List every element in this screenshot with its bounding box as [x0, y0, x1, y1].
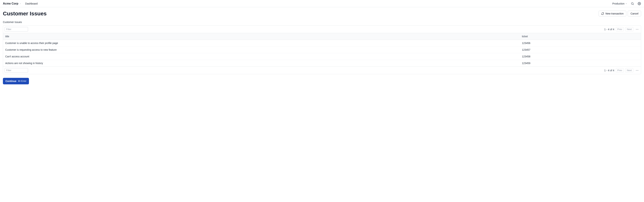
next-button-bottom[interactable]: Next [625, 68, 633, 72]
pagination-range-top: 1 - 4 of 4 [604, 28, 614, 31]
search-button[interactable] [630, 2, 634, 6]
page-header: Customer Issues New transaction Cancel [3, 10, 641, 17]
toolbar-right-bottom: 1 - 4 of 4 Prev Next [604, 68, 640, 72]
cell-title: Customer is requesting access to new fea… [3, 46, 520, 53]
more-menu-bottom[interactable] [635, 68, 640, 72]
next-button-top[interactable]: Next [625, 27, 633, 31]
cell-title: Can't access account [3, 53, 520, 60]
org-name: Acme Corp [3, 2, 18, 5]
cell-ticket: 123459 [520, 60, 641, 66]
svg-point-3 [636, 29, 636, 29]
filter-input-top[interactable] [4, 27, 28, 32]
table-row[interactable]: Can't access account 123458 [3, 53, 641, 60]
env-selector[interactable]: Production [612, 2, 627, 5]
toolbar-right-top: 1 - 4 of 4 Prev Next [604, 27, 640, 31]
search-icon [631, 2, 634, 5]
cancel-button[interactable]: Cancel [628, 11, 641, 16]
svg-point-4 [637, 29, 637, 29]
cell-title: Customer is unable to access their profi… [3, 40, 520, 46]
column-header-ticket[interactable]: ticket [520, 33, 641, 40]
continue-label: Continue [6, 80, 16, 82]
org-selector[interactable]: Acme Corp [3, 2, 21, 5]
pagination-range-bottom: 1 - 4 of 4 [604, 69, 614, 72]
page-title: Customer Issues [3, 10, 47, 17]
prev-button-top[interactable]: Prev [616, 27, 624, 31]
table-row[interactable]: Customer is unable to access their profi… [3, 40, 641, 46]
svg-point-5 [638, 29, 638, 29]
settings-button[interactable] [638, 2, 641, 6]
column-header-title[interactable]: title [3, 33, 520, 40]
issues-panel: 1 - 4 of 4 Prev Next title ticket C [3, 25, 641, 74]
refresh-icon [601, 12, 604, 15]
gear-icon [638, 2, 641, 5]
table-toolbar-top: 1 - 4 of 4 Prev Next [3, 26, 641, 33]
issues-table: title ticket Customer is unable to acces… [3, 33, 641, 66]
cell-title: Actions are not showing in history [3, 60, 520, 66]
section-label: Customer Issues [3, 21, 641, 24]
main: Customer Issues New transaction Cancel C… [0, 7, 644, 89]
env-label: Production [612, 2, 624, 5]
topbar-left: Acme Corp Dashboard [3, 2, 38, 5]
svg-point-8 [638, 70, 638, 70]
cell-ticket: 123456 [520, 40, 641, 46]
svg-point-2 [639, 3, 640, 4]
continue-button[interactable]: Continue ⌘+Enter [3, 78, 29, 84]
topbar: Acme Corp Dashboard Production [0, 0, 644, 7]
table-header-row: title ticket [3, 33, 641, 40]
prev-button-bottom[interactable]: Prev [616, 68, 624, 72]
topbar-right: Production [612, 2, 641, 6]
svg-point-6 [636, 70, 636, 70]
cell-ticket: 123457 [520, 46, 641, 53]
nav-dashboard[interactable]: Dashboard [25, 2, 38, 5]
svg-point-0 [631, 2, 633, 4]
chevron-down-icon [625, 2, 627, 5]
svg-line-1 [633, 4, 634, 5]
page-actions: New transaction Cancel [598, 11, 641, 16]
caret-down-icon [19, 3, 21, 4]
ellipsis-icon [636, 28, 639, 31]
continue-shortcut: ⌘+Enter [18, 80, 26, 82]
new-transaction-button[interactable]: New transaction [598, 11, 626, 16]
cancel-label: Cancel [630, 12, 638, 15]
table-row[interactable]: Customer is requesting access to new fea… [3, 46, 641, 53]
more-menu-top[interactable] [635, 27, 640, 31]
table-toolbar-bottom: 1 - 4 of 4 Prev Next [3, 66, 641, 74]
filter-input-bottom[interactable] [4, 68, 28, 72]
cell-ticket: 123458 [520, 53, 641, 60]
table-row[interactable]: Actions are not showing in history 12345… [3, 60, 641, 66]
new-transaction-label: New transaction [606, 12, 624, 15]
ellipsis-icon [636, 69, 639, 72]
svg-point-7 [637, 70, 637, 70]
